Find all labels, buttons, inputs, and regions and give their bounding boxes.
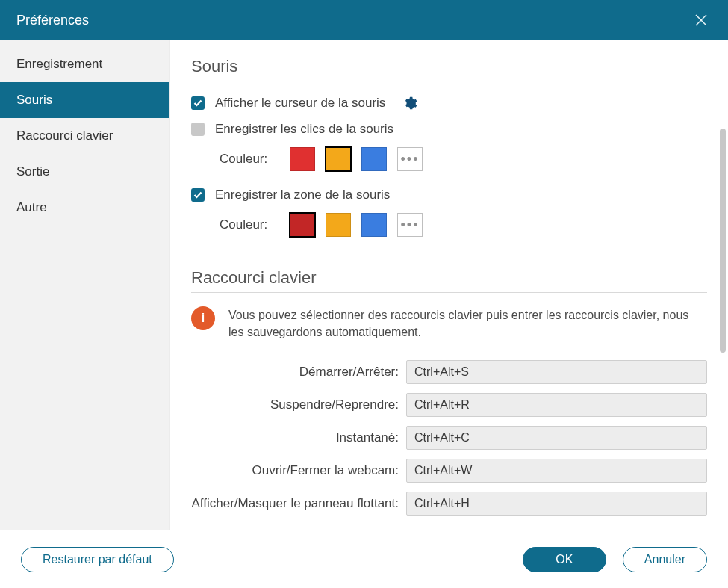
checkbox-show-cursor[interactable] — [191, 96, 205, 110]
checkbox-record-area[interactable] — [191, 188, 205, 202]
click-color-red[interactable] — [290, 147, 315, 171]
scrollbar-thumb[interactable] — [720, 129, 726, 353]
area-color-red[interactable] — [290, 213, 315, 237]
shortcut-input-start-stop[interactable] — [406, 360, 707, 384]
shortcut-label: Démarrer/Arrêter: — [191, 365, 406, 380]
section-heading-souris: Souris — [191, 57, 707, 81]
workspace: Enregistrement Souris Raccourci clavier … — [0, 40, 728, 530]
titlebar: Préférences — [0, 0, 728, 40]
area-color-orange[interactable] — [326, 213, 351, 237]
sidebar-item-sortie[interactable]: Sortie — [0, 154, 169, 190]
area-color-row: Couleur: ••• — [220, 213, 707, 237]
row-record-clicks: Enregistrer les clics de la souris — [191, 122, 707, 137]
sidebar: Enregistrement Souris Raccourci clavier … — [0, 40, 170, 530]
row-show-cursor: Afficher le curseur de la souris — [191, 95, 707, 111]
shortcut-input-webcam[interactable] — [406, 459, 707, 483]
area-color-label: Couleur: — [220, 217, 285, 232]
check-icon — [193, 191, 202, 199]
sidebar-item-souris[interactable]: Souris — [0, 82, 169, 118]
gear-icon — [402, 96, 417, 111]
area-color-more[interactable]: ••• — [397, 213, 423, 237]
click-color-orange[interactable] — [326, 147, 351, 171]
shortcut-label: Ouvrir/Fermer la webcam: — [191, 463, 406, 478]
footer: Restaurer par défaut OK Annuler — [0, 530, 728, 588]
click-color-blue[interactable] — [361, 147, 387, 171]
close-icon — [694, 13, 708, 27]
shortcut-input-snapshot[interactable] — [406, 426, 707, 450]
close-button[interactable] — [691, 10, 712, 31]
shortcut-row-start-stop: Démarrer/Arrêter: — [191, 360, 707, 384]
info-box: i Vous pouvez sélectionner des raccourci… — [191, 306, 707, 341]
shortcut-row-snapshot: Instantané: — [191, 426, 707, 450]
label-record-clicks: Enregistrer les clics de la souris — [215, 122, 393, 137]
preferences-dialog: Préférences Enregistrement Souris Raccou… — [0, 0, 728, 588]
area-color-blue[interactable] — [361, 213, 387, 237]
info-icon: i — [191, 306, 215, 330]
cancel-button[interactable]: Annuler — [623, 547, 707, 572]
shortcut-input-pause-resume[interactable] — [406, 393, 707, 417]
ok-button[interactable]: OK — [523, 547, 606, 572]
shortcut-label: Afficher/Masquer le panneau flottant: — [191, 496, 406, 511]
sidebar-item-raccourci[interactable]: Raccourci clavier — [0, 118, 169, 154]
section-heading-raccourci: Raccourci clavier — [191, 268, 707, 293]
check-icon — [193, 99, 202, 107]
shortcut-input-floating-panel[interactable] — [406, 492, 707, 516]
label-show-cursor: Afficher le curseur de la souris — [215, 96, 385, 111]
shortcut-label: Instantané: — [191, 430, 406, 445]
info-text: Vous pouvez sélectionner des raccourcis … — [228, 306, 707, 341]
shortcut-row-pause-resume: Suspendre/Reprendre: — [191, 393, 707, 417]
sidebar-item-enregistrement[interactable]: Enregistrement — [0, 46, 169, 82]
shortcut-row-floating-panel: Afficher/Masquer le panneau flottant: — [191, 492, 707, 516]
shortcut-row-webcam: Ouvrir/Fermer la webcam: — [191, 459, 707, 483]
titlebar-title: Préférences — [16, 13, 89, 28]
restore-defaults-button[interactable]: Restaurer par défaut — [21, 547, 174, 572]
checkbox-record-clicks[interactable] — [191, 123, 205, 136]
click-color-row: Couleur: ••• — [220, 147, 707, 171]
content-panel: Souris Afficher le curseur de la souris … — [170, 40, 728, 530]
sidebar-item-autre[interactable]: Autre — [0, 190, 169, 226]
shortcut-label: Suspendre/Reprendre: — [191, 397, 406, 412]
click-color-label: Couleur: — [220, 152, 285, 167]
click-color-more[interactable]: ••• — [397, 147, 423, 171]
row-record-area: Enregistrer la zone de la souris — [191, 188, 707, 202]
cursor-settings-button[interactable] — [402, 95, 418, 111]
label-record-area: Enregistrer la zone de la souris — [215, 188, 390, 202]
